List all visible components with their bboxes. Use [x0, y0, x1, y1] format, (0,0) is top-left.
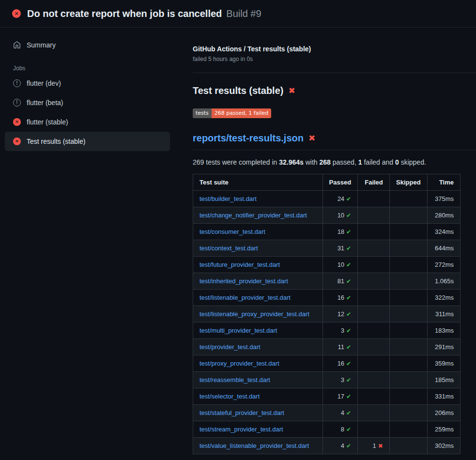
- test-suite-cell: test/builder_test.dart: [193, 191, 323, 207]
- failed-cell: [358, 372, 390, 388]
- passed-cell: 10✔: [322, 207, 358, 224]
- skipped-cell: [389, 240, 427, 257]
- time-cell: 302ms: [427, 438, 460, 454]
- failed-cell: [358, 290, 390, 306]
- sidebar-item-summary[interactable]: Summary: [5, 35, 170, 55]
- test-suite-link[interactable]: test/provider_test.dart: [200, 343, 261, 351]
- failed-cell: [358, 191, 390, 207]
- skipped-cell: [389, 257, 427, 273]
- test-suite-link[interactable]: test/multi_provider_test.dart: [200, 327, 277, 334]
- skipped-cell: [389, 322, 427, 339]
- check-icon: ✔: [346, 393, 351, 400]
- failed-cell: [358, 257, 390, 273]
- check-icon: ✔: [346, 344, 351, 351]
- section-title-text: Test results (stable): [193, 85, 283, 96]
- run-title: Do not create report when job is cancell…: [27, 8, 222, 19]
- time-cell: 291ms: [427, 339, 460, 355]
- passed-cell: 16✔: [322, 290, 358, 306]
- sidebar-item-job[interactable]: !flutter (beta): [5, 93, 170, 112]
- skipped-cell: [389, 273, 427, 290]
- skipped-cell: [389, 339, 427, 355]
- report-file-link[interactable]: reports/test-results.json: [193, 133, 304, 144]
- table-row: test/provider_test.dart11✔291ms: [193, 339, 461, 355]
- test-suite-link[interactable]: test/proxy_provider_test.dart: [200, 360, 279, 367]
- table-row: test/inherited_provider_test.dart81✔1.06…: [193, 273, 461, 290]
- passed-cell: 12✔: [322, 306, 358, 322]
- table-row: test/selector_test.dart17✔331ms: [193, 388, 461, 405]
- test-suite-link[interactable]: test/stateful_provider_test.dart: [200, 409, 284, 416]
- table-row: test/context_test.dart31✔644ms: [193, 240, 461, 257]
- table-row: test/value_listenable_provider_test.dart…: [193, 438, 461, 454]
- passed-cell: 24✔: [322, 191, 358, 207]
- test-suite-cell: test/multi_provider_test.dart: [193, 322, 323, 339]
- badge-label: tests: [193, 108, 212, 118]
- test-suite-link[interactable]: test/listenable_proxy_provider_test.dart: [200, 310, 309, 318]
- skipped-cell: [389, 207, 427, 224]
- test-suite-link[interactable]: test/stream_provider_test.dart: [200, 426, 283, 433]
- test-suite-link[interactable]: test/change_notifier_provider_test.dart: [200, 212, 307, 219]
- time-cell: 324ms: [427, 224, 460, 240]
- skipped-cell: [389, 306, 427, 322]
- failed-cell: [358, 355, 390, 372]
- topbar: ✕ Do not create report when job is cance…: [0, 0, 476, 28]
- failed-cell: [358, 207, 390, 224]
- failed-cell: 1✖: [358, 438, 390, 454]
- test-suite-link[interactable]: test/consumer_test.dart: [200, 228, 265, 235]
- check-icon: ✔: [346, 410, 351, 416]
- test-suite-link[interactable]: test/future_provider_test.dart: [200, 261, 280, 268]
- passed-cell: 18✔: [322, 224, 358, 240]
- summary-skipped-count: 0: [395, 158, 399, 166]
- x-circle-fill-icon: ✕: [12, 9, 21, 18]
- sidebar-item-job[interactable]: ✕flutter (stable): [5, 112, 170, 132]
- summary-text: failed and: [362, 158, 396, 166]
- test-suite-link[interactable]: test/selector_test.dart: [200, 393, 260, 400]
- build-number: Build #9: [226, 8, 261, 19]
- test-suite-link[interactable]: test/value_listenable_provider_test.dart: [200, 442, 309, 449]
- x-circle-fill-icon: ✕: [13, 138, 21, 145]
- skipped-cell: [389, 388, 427, 405]
- time-cell: 322ms: [427, 290, 460, 306]
- test-suite-link[interactable]: test/reassemble_test.dart: [200, 376, 270, 383]
- table-row: test/consumer_test.dart18✔324ms: [193, 224, 461, 240]
- failed-cell: [358, 273, 390, 290]
- time-cell: 644ms: [427, 240, 460, 257]
- check-icon: ✔: [346, 377, 351, 383]
- test-suite-link[interactable]: test/inherited_provider_test.dart: [200, 277, 288, 285]
- sidebar: Summary Jobs !flutter (dev)!flutter (bet…: [0, 28, 189, 460]
- test-suite-link[interactable]: test/context_test.dart: [200, 245, 258, 252]
- test-suite-cell: test/consumer_test.dart: [193, 224, 323, 240]
- sidebar-item-job[interactable]: ✕Test results (stable): [5, 132, 170, 151]
- test-suite-cell: test/selector_test.dart: [193, 388, 323, 405]
- job-label: flutter (stable): [27, 118, 68, 126]
- summary-duration: 32.964s: [279, 158, 304, 166]
- passed-cell: 8✔: [322, 421, 358, 438]
- check-icon: ✔: [346, 212, 351, 219]
- sidebar-summary-label: Summary: [27, 41, 56, 49]
- failed-cell: [358, 388, 390, 405]
- test-suite-cell: test/provider_test.dart: [193, 339, 323, 355]
- test-suite-link[interactable]: test/builder_test.dart: [200, 195, 257, 202]
- time-cell: 1.065s: [427, 273, 460, 290]
- skipped-cell: [389, 438, 427, 454]
- table-row: test/listenable_provider_test.dart16✔322…: [193, 290, 461, 306]
- failed-cell: [358, 339, 390, 355]
- test-suite-cell: test/context_test.dart: [193, 240, 323, 257]
- passed-cell: 4✔: [322, 405, 358, 421]
- summary-text: with: [304, 158, 320, 166]
- breadcrumb: GitHub Actions / Test results (stable): [193, 45, 461, 53]
- test-suite-cell: test/listenable_provider_test.dart: [193, 290, 323, 306]
- x-icon: ✖: [378, 443, 383, 449]
- test-suite-cell: test/value_listenable_provider_test.dart: [193, 438, 323, 454]
- time-cell: 272ms: [427, 257, 460, 273]
- test-suite-cell: test/inherited_provider_test.dart: [193, 273, 323, 290]
- report-title: reports/test-results.json ✖: [193, 133, 476, 150]
- check-icon: ✔: [346, 278, 351, 285]
- check-icon: ✔: [346, 196, 351, 202]
- section-title: Test results (stable) ✖: [193, 85, 461, 96]
- time-cell: 311ms: [427, 306, 460, 322]
- sidebar-item-job[interactable]: !flutter (dev): [5, 74, 170, 93]
- sidebar-jobs: !flutter (dev)!flutter (beta)✕flutter (s…: [0, 74, 189, 151]
- test-suite-link[interactable]: test/listenable_provider_test.dart: [200, 294, 291, 301]
- failed-cell: [358, 322, 390, 339]
- table-row: test/proxy_provider_test.dart16✔359ms: [193, 355, 461, 372]
